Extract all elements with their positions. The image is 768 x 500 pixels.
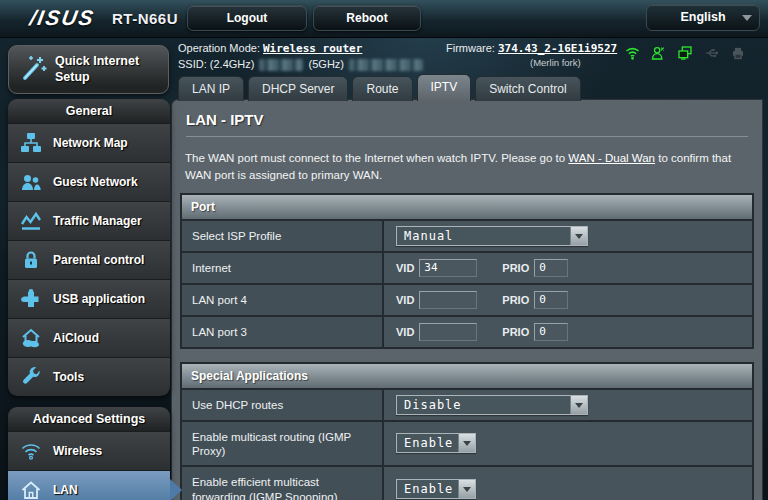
tab-route[interactable]: Route xyxy=(352,76,412,101)
prio-label: PRIO xyxy=(502,294,529,306)
wrench-icon xyxy=(19,365,43,389)
sidebar-item-label: USB application xyxy=(53,292,145,306)
sidebar-item-aicloud[interactable]: AiCloud xyxy=(8,318,170,357)
port-table-header: Port xyxy=(182,195,752,219)
lock-icon xyxy=(19,248,43,272)
logout-button[interactable]: Logout xyxy=(187,5,307,31)
general-section-title: General xyxy=(8,99,170,123)
traffic-manager-icon xyxy=(19,209,43,233)
page-description: The WAN port must connect to the Interne… xyxy=(182,150,752,185)
asus-logo: /ISUS xyxy=(28,6,97,30)
table-row: Select ISP Profile Manual xyxy=(182,219,752,251)
sidebar-item-usb-application[interactable]: USB application xyxy=(8,279,170,318)
guest-network-icon xyxy=(19,170,43,194)
internet-label: Internet xyxy=(182,253,384,283)
lan4-prio-input[interactable] xyxy=(534,291,568,309)
language-selector[interactable]: English xyxy=(646,4,760,31)
sidebar-item-label: LAN xyxy=(53,483,78,497)
network-map-icon xyxy=(19,131,43,155)
puzzle-icon xyxy=(19,287,43,311)
vid-label: VID xyxy=(396,262,414,274)
guest-network-status-icon[interactable] xyxy=(650,45,667,61)
house-icon xyxy=(19,478,43,500)
chevron-down-icon[interactable] xyxy=(458,434,475,452)
sidebar-item-guest-network[interactable]: Guest Network xyxy=(8,162,170,201)
sidebar-item-label: AiCloud xyxy=(53,331,99,345)
igmp-snooping-select[interactable]: Enable xyxy=(396,479,476,499)
firmware-row: Firmware: 374.43_2-16E1i9527 xyxy=(446,42,617,55)
lan-tabs: LAN IP DHCP Server Route IPTV Switch Con… xyxy=(178,74,581,101)
port-table: Port Select ISP Profile Manual Internet … xyxy=(180,193,754,349)
sidebar-item-label: Traffic Manager xyxy=(53,214,142,228)
sidebar-item-label: Wireless xyxy=(53,444,102,458)
table-row: Enable multicast routing (IGMP Proxy) En… xyxy=(182,420,752,466)
quick-internet-setup-label: Quick Internet Setup xyxy=(55,54,168,85)
igmp-proxy-select[interactable]: Enable xyxy=(396,433,476,453)
special-applications-header: Special Applications xyxy=(182,364,752,388)
isp-profile-label: Select ISP Profile xyxy=(182,221,384,251)
sidebar-item-label: Tools xyxy=(53,370,84,384)
chevron-down-icon[interactable] xyxy=(458,480,475,498)
clients-status-icon[interactable] xyxy=(676,45,694,61)
operation-mode-label: Operation Mode: xyxy=(178,42,260,54)
printer-status-icon[interactable] xyxy=(730,46,746,61)
sidebar-item-traffic-manager[interactable]: Traffic Manager xyxy=(8,201,170,240)
sidebar-item-label: Guest Network xyxy=(53,175,138,189)
prio-label: PRIO xyxy=(502,262,529,274)
ssid-5-label: (5GHz) xyxy=(309,58,344,70)
quick-internet-setup-button[interactable]: Quick Internet Setup xyxy=(8,45,169,94)
vid-label: VID xyxy=(396,294,414,306)
lan3-prio-input[interactable] xyxy=(534,323,568,341)
firmware-label: Firmware: xyxy=(446,42,495,54)
lan3-vid-input[interactable] xyxy=(419,323,477,341)
sidebar-advanced-group: Advanced Settings Wireless LAN xyxy=(8,407,170,500)
lan4-vid-input[interactable] xyxy=(419,291,477,309)
status-icons xyxy=(624,45,746,61)
ssid-label: SSID: xyxy=(178,58,207,70)
chevron-down-icon[interactable] xyxy=(570,396,587,414)
table-row: Enable efficient multicast forwarding (I… xyxy=(182,465,752,500)
ssid-24-redacted[interactable] xyxy=(259,59,303,71)
chevron-down-icon[interactable] xyxy=(570,227,587,245)
isp-profile-select[interactable]: Manual xyxy=(396,226,588,246)
ssid-row: SSID: (2.4GHz) (5GHz) xyxy=(178,58,425,71)
content-panel: LAN - IPTV The WAN port must connect to … xyxy=(172,100,762,500)
sidebar-item-label: Network Map xyxy=(53,136,128,150)
dhcp-routes-label: Use DHCP routes xyxy=(182,390,384,420)
tab-iptv[interactable]: IPTV xyxy=(417,74,472,101)
wifi-icon xyxy=(19,439,43,463)
prio-label: PRIO xyxy=(502,326,529,338)
status-bar: Operation Mode: Wireless router SSID: (2… xyxy=(178,42,760,74)
advanced-settings-section-title: Advanced Settings xyxy=(8,407,170,431)
dual-wan-link[interactable]: WAN - Dual Wan xyxy=(568,152,655,164)
reboot-button[interactable]: Reboot xyxy=(313,5,421,31)
tab-dhcp-server[interactable]: DHCP Server xyxy=(248,76,348,101)
firmware-link[interactable]: 374.43_2-16E1i9527 xyxy=(498,42,617,55)
sidebar-item-tools[interactable]: Tools xyxy=(8,357,170,396)
operation-mode-row: Operation Mode: Wireless router xyxy=(178,42,362,55)
sidebar-item-network-map[interactable]: Network Map xyxy=(8,123,170,162)
wifi-status-icon[interactable] xyxy=(624,45,641,61)
sidebar-item-lan[interactable]: LAN xyxy=(8,470,170,500)
internet-vid-input[interactable] xyxy=(419,259,477,277)
table-row: Internet VID PRIO xyxy=(182,251,752,283)
sidebar-item-wireless[interactable]: Wireless xyxy=(8,431,170,470)
ssid-5-redacted[interactable] xyxy=(349,59,423,71)
tab-switch-control[interactable]: Switch Control xyxy=(475,76,580,101)
sidebar-item-parental-control[interactable]: Parental control xyxy=(8,240,170,279)
dhcp-routes-select[interactable]: Disable xyxy=(396,395,588,415)
usb-status-icon[interactable] xyxy=(703,46,721,60)
tab-lan-ip[interactable]: LAN IP xyxy=(178,76,244,101)
internet-prio-input[interactable] xyxy=(534,259,568,277)
vid-label: VID xyxy=(396,326,414,338)
cloud-house-icon xyxy=(19,326,43,350)
table-row: Use DHCP routes Disable xyxy=(182,388,752,420)
sidebar-general-group: General Network Map Guest Network Traffi… xyxy=(8,99,170,396)
operation-mode-link[interactable]: Wireless router xyxy=(263,42,362,55)
special-applications-table: Special Applications Use DHCP routes Dis… xyxy=(180,362,754,500)
top-bar: /ISUS RT-N66U Logout Reboot English xyxy=(0,0,768,38)
firmware-note: (Merlin fork) xyxy=(530,57,581,68)
ssid-24-label: (2.4GHz) xyxy=(210,58,255,70)
table-row: LAN port 4 VID PRIO xyxy=(182,283,752,315)
language-label: English xyxy=(680,10,725,24)
